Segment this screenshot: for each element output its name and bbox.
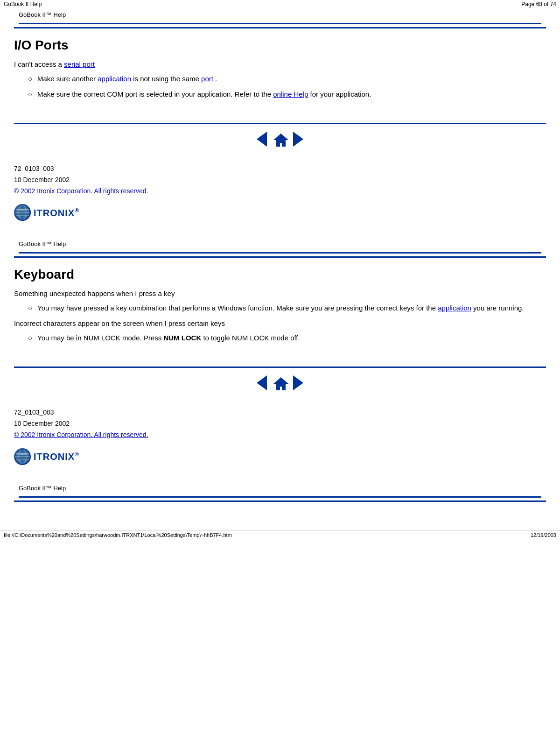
io-ports-intro: I can't access a serial port bbox=[14, 60, 546, 68]
section-bottom: GoBook II™ Help bbox=[0, 482, 560, 521]
copyright-link-1[interactable]: © 2002 Itronix Corporation. All rights r… bbox=[14, 187, 148, 195]
section2-header-label: GoBook II™ Help bbox=[19, 240, 66, 247]
io-ports-bullets: Make sure another application is not usi… bbox=[28, 74, 546, 99]
section2-header: GoBook II™ Help bbox=[14, 238, 546, 258]
doc-date-1: 10 December 2002 bbox=[14, 175, 546, 186]
bullet-item-2: Make sure the correct COM port is select… bbox=[28, 89, 546, 100]
nav-forward-button-1[interactable] bbox=[293, 132, 308, 147]
application-link-2[interactable]: application bbox=[438, 304, 471, 312]
doc-date-2: 10 December 2002 bbox=[14, 418, 546, 430]
keyboard-bullets-1: You may have pressed a key combination t… bbox=[28, 303, 546, 314]
keyboard-intro-2: Incorrect characters appear on the scree… bbox=[14, 319, 546, 327]
doc-id-1: 72_0103_003 bbox=[14, 163, 546, 175]
doc-id-2: 72_0103_003 bbox=[14, 407, 546, 418]
bottom-bar: file://C:\Documents%20and%20Settings\har… bbox=[0, 530, 560, 540]
keyboard-title: Keyboard bbox=[14, 267, 546, 282]
svg-marker-7 bbox=[273, 377, 288, 390]
keyboard-bullet-1: You may have pressed a key combination t… bbox=[28, 303, 546, 314]
keyboard-intro-1: Something unexpected happens when I pres… bbox=[14, 289, 546, 297]
bottom-date: 12/19/2003 bbox=[531, 532, 556, 538]
app-title: GoBook II Help bbox=[4, 1, 42, 7]
section1-header-label: GoBook II™ Help bbox=[19, 11, 66, 18]
logo-text-2: ITRONIX® bbox=[34, 451, 79, 462]
bullet-item-1: Make sure another application is not usi… bbox=[28, 74, 546, 85]
copyright-link-2[interactable]: © 2002 Itronix Corporation. All rights r… bbox=[14, 431, 148, 438]
logo-area-1: ITRONIX® bbox=[14, 204, 546, 221]
svg-marker-0 bbox=[273, 134, 288, 147]
keyboard-bullets-2: You may be in NUM LOCK mode. Press NUM L… bbox=[28, 333, 546, 344]
file-path: file://C:\Documents%20and%20Settings\har… bbox=[4, 532, 232, 538]
num-lock-bold: NUM LOCK bbox=[163, 334, 201, 342]
serial-port-link[interactable]: serial port bbox=[64, 60, 95, 68]
section-io-ports: GoBook II™ Help I/O Ports I can't access… bbox=[0, 8, 560, 238]
section3-header-label: GoBook II™ Help bbox=[19, 485, 66, 492]
logo-globe-2 bbox=[14, 448, 31, 465]
logo-globe-1 bbox=[14, 204, 31, 221]
page-info: Page 68 of 74 bbox=[521, 1, 556, 7]
io-ports-title: I/O Ports bbox=[14, 38, 546, 53]
keyboard-bullet-2: You may be in NUM LOCK mode. Press NUM L… bbox=[28, 333, 546, 344]
nav-back-button-2[interactable] bbox=[252, 375, 267, 390]
section1-header: GoBook II™ Help bbox=[14, 8, 546, 28]
nav-back-button-1[interactable] bbox=[252, 132, 267, 147]
online-help-link-1[interactable]: online Help bbox=[273, 90, 308, 98]
nav-home-button-2[interactable] bbox=[273, 375, 287, 390]
port-link-1[interactable]: port bbox=[201, 75, 213, 83]
nav-forward-button-2[interactable] bbox=[293, 375, 308, 390]
application-link-1[interactable]: application bbox=[98, 75, 131, 83]
nav-home-button-1[interactable] bbox=[273, 132, 287, 147]
section-keyboard: GoBook II™ Help Keyboard Something unexp… bbox=[0, 238, 560, 481]
nav-icons-2 bbox=[14, 348, 546, 400]
browser-top-bar: GoBook II Help Page 68 of 74 bbox=[0, 0, 560, 8]
logo-area-2: ITRONIX® bbox=[14, 448, 546, 465]
nav-icons-1 bbox=[14, 104, 546, 156]
logo-text-1: ITRONIX® bbox=[34, 207, 79, 218]
footer-info-2: 72_0103_003 10 December 2002 © 2002 Itro… bbox=[14, 407, 546, 440]
section3-header: GoBook II™ Help bbox=[14, 482, 546, 502]
footer-info-1: 72_0103_003 10 December 2002 © 2002 Itro… bbox=[14, 163, 546, 197]
